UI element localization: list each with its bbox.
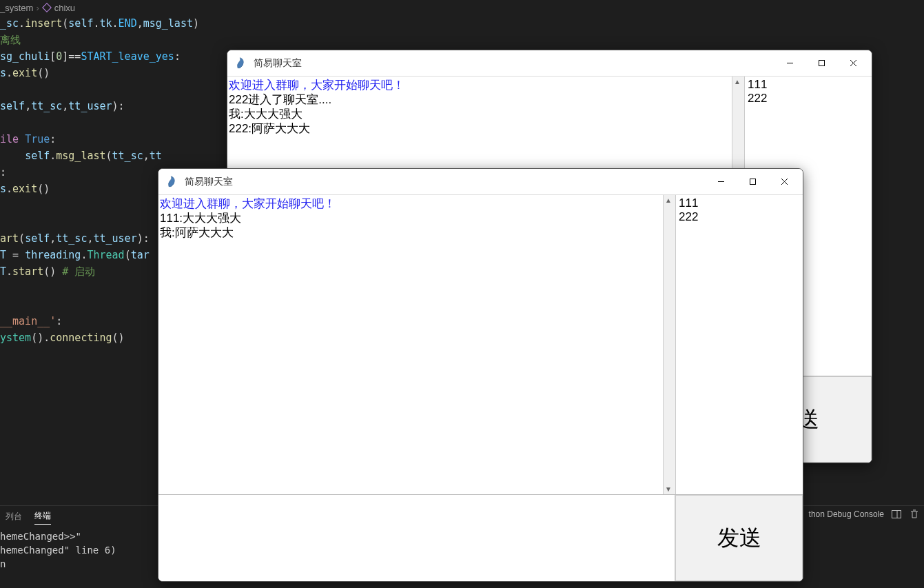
svg-rect-4	[819, 61, 824, 66]
minimize-button[interactable]	[705, 172, 737, 192]
maximize-button[interactable]	[737, 172, 768, 192]
svg-rect-0	[43, 3, 51, 12]
breadcrumb-separator: ›	[36, 3, 39, 13]
titlebar[interactable]: 简易聊天室	[227, 50, 872, 77]
chat-messages[interactable]: 欢迎进入群聊，大家开始聊天吧！ 111:大大大强大我:阿萨大大大	[158, 195, 663, 494]
user-list-item: 111	[748, 78, 869, 92]
scroll-down-arrow[interactable]: ▼	[665, 485, 672, 493]
welcome-message: 欢迎进入群聊，大家开始聊天吧！	[160, 196, 661, 211]
chat-message: 222进入了聊天室....	[229, 92, 730, 107]
breadcrumb-child[interactable]: chixu	[54, 3, 75, 13]
debug-console-label[interactable]: thon Debug Console	[809, 509, 884, 519]
user-list-item: 222	[679, 210, 800, 224]
chat-message: 111:大大大强大	[160, 211, 661, 225]
chat-message: 我:大大大强大	[229, 107, 730, 121]
send-button[interactable]: 发送	[675, 495, 803, 581]
python-tk-icon	[234, 57, 248, 70]
scroll-up-arrow[interactable]: ▲	[734, 78, 741, 85]
maximize-button[interactable]	[805, 53, 837, 74]
symbol-class-icon	[42, 3, 52, 12]
close-button[interactable]	[768, 172, 800, 192]
scrollbar[interactable]: ▲ ▼	[663, 195, 675, 494]
close-button[interactable]	[837, 53, 869, 74]
user-list-item: 111	[679, 196, 800, 210]
titlebar[interactable]: 简易聊天室	[158, 169, 803, 195]
trash-icon[interactable]	[909, 509, 920, 520]
scroll-up-arrow[interactable]: ▲	[665, 196, 672, 204]
breadcrumb-parent[interactable]: _system	[0, 3, 33, 13]
chat-message: 我:阿萨大大大	[160, 225, 661, 240]
terminal-tab-1[interactable]: 终端	[34, 508, 51, 525]
welcome-message: 欢迎进入群聊，大家开始聊天吧！	[229, 78, 730, 92]
user-list-item: 222	[748, 92, 869, 105]
svg-rect-8	[750, 179, 755, 185]
svg-rect-1	[892, 511, 901, 518]
python-tk-icon	[165, 175, 179, 189]
split-panel-icon[interactable]	[891, 509, 902, 520]
breadcrumb[interactable]: _system › chixu	[0, 0, 75, 15]
chat-window-front: 简易聊天室 欢迎进入群聊，大家开始聊天吧！ 111:大大大强大我:阿萨大大大 ▲…	[158, 168, 803, 582]
terminal-tab-0[interactable]: 列台	[6, 509, 22, 525]
terminal-right-controls: thon Debug Console	[809, 509, 920, 520]
minimize-button[interactable]	[774, 53, 805, 74]
window-title: 简易聊天室	[254, 57, 774, 70]
window-title: 简易聊天室	[185, 176, 705, 188]
user-list[interactable]: 111222	[675, 195, 803, 494]
message-input[interactable]	[158, 495, 675, 581]
chat-message: 222:阿萨大大大	[229, 121, 730, 136]
